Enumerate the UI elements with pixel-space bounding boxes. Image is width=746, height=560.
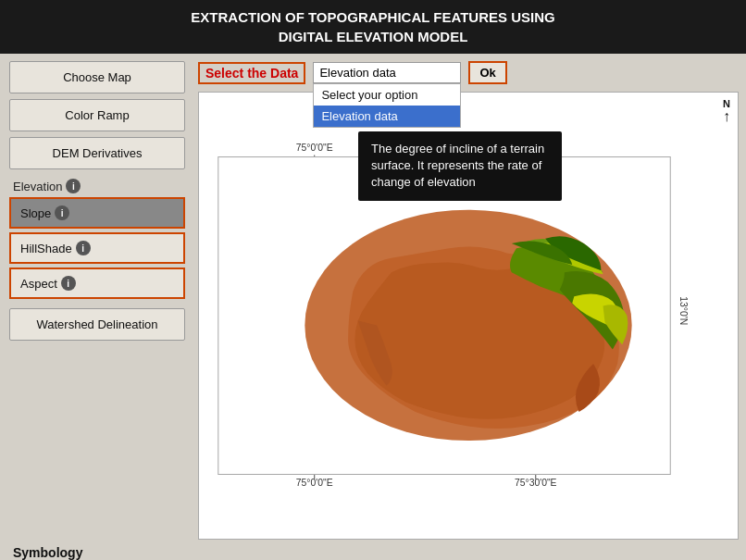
header-line1: EXTRACTION OF TOPOGRAPHICAL FEATURES USI…	[9, 7, 737, 27]
data-select-row: Select the Data Select your option Eleva…	[198, 61, 739, 84]
hillshade-item[interactable]: HillShade i	[9, 232, 185, 264]
slope-info-icon[interactable]: i	[55, 205, 69, 220]
header-line2: DIGITAL ELEVATION MODEL	[9, 27, 737, 46]
map-container: N ↑ 75°0'0"E 75°30'0"E 75°0'0"E 75°30'0"…	[198, 92, 739, 540]
dem-derivatives-button[interactable]: DEM Derivatives	[9, 137, 185, 169]
ok-button[interactable]: Ok	[468, 61, 506, 84]
elevation-info-icon[interactable]: i	[66, 179, 81, 193]
select-data-label: Select the Data	[198, 62, 305, 84]
color-ramp-button[interactable]: Color Ramp	[9, 99, 185, 131]
north-arrow: N ↑	[723, 98, 730, 124]
dropdown-option-select[interactable]: Select your option	[314, 84, 460, 106]
hillshade-info-icon[interactable]: i	[76, 241, 91, 255]
app-header: EXTRACTION OF TOPOGRAPHICAL FEATURES USI…	[0, 0, 746, 54]
symbology-label: Symbology	[13, 545, 82, 560]
watershed-delineation-button[interactable]: Watershed Delineation	[9, 308, 185, 341]
aspect-info-icon[interactable]: i	[61, 276, 76, 291]
aspect-item[interactable]: Aspect i	[9, 268, 185, 299]
dropdown-option-elevation[interactable]: Elevation data	[314, 106, 460, 127]
elevation-label: Elevation i	[9, 179, 185, 193]
tooltip-text: The degree of incline of a terrain surfa…	[371, 142, 544, 189]
footer: Symbology Classified Streched © 2020 - 2…	[0, 540, 746, 560]
sidebar: Choose Map Color Ramp DEM Derivatives El…	[0, 54, 194, 540]
tooltip-box: The degree of incline of a terrain surfa…	[358, 131, 562, 201]
choose-map-button[interactable]: Choose Map	[9, 61, 185, 93]
dem-section: Elevation i Slope i HillShade i Aspect i	[9, 179, 185, 303]
dropdown-menu: Select your option Elevation data	[313, 83, 461, 128]
data-dropdown[interactable]: Select your option Elevation data	[313, 62, 461, 83]
slope-item[interactable]: Slope i	[9, 197, 185, 229]
map-area: Select the Data Select your option Eleva…	[194, 54, 746, 540]
dropdown-wrapper: Select your option Elevation data Select…	[313, 62, 461, 83]
terrain-landmass	[305, 210, 631, 441]
y-label-right: 13°0'N	[678, 296, 689, 325]
x-label-top-left: 75°0'0"E	[296, 143, 333, 153]
